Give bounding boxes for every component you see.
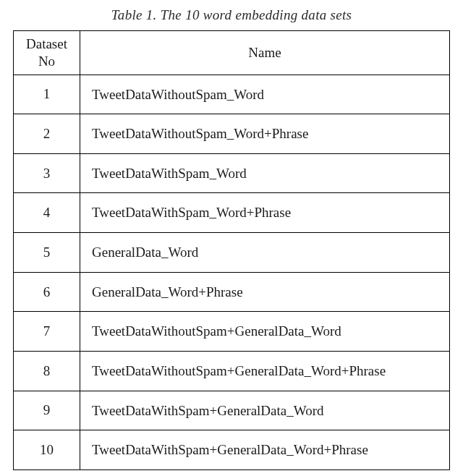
table-row: 4 TweetDataWithSpam_Word+Phrase	[14, 193, 450, 233]
datasets-table: Dataset No Name 1 TweetDataWithoutSpam_W…	[13, 30, 450, 470]
cell-name: TweetDataWithoutSpam+GeneralData_Word+Ph…	[80, 351, 450, 391]
header-name: Name	[80, 31, 450, 75]
cell-no: 7	[14, 312, 80, 352]
cell-name: TweetDataWithSpam+GeneralData_Word+Phras…	[80, 430, 450, 470]
cell-name: TweetDataWithSpam+GeneralData_Word	[80, 391, 450, 430]
table-row: 6 GeneralData_Word+Phrase	[14, 272, 450, 312]
cell-no: 9	[14, 391, 80, 430]
cell-name: TweetDataWithSpam_Word	[80, 153, 450, 193]
table-row: 10 TweetDataWithSpam+GeneralData_Word+Ph…	[14, 430, 450, 470]
table-caption: Table 1. The 10 word embedding data sets	[13, 7, 450, 23]
cell-name: TweetDataWithSpam_Word+Phrase	[80, 193, 450, 233]
cell-no: 6	[14, 272, 80, 312]
cell-no: 1	[14, 75, 80, 114]
cell-no: 4	[14, 193, 80, 233]
cell-name: GeneralData_Word	[80, 233, 450, 273]
header-dataset-no: Dataset No	[14, 31, 80, 75]
cell-name: TweetDataWithoutSpam_Word	[80, 75, 450, 114]
cell-name: TweetDataWithoutSpam+GeneralData_Word	[80, 312, 450, 352]
table-row: 3 TweetDataWithSpam_Word	[14, 153, 450, 193]
table-row: 2 TweetDataWithoutSpam_Word+Phrase	[14, 114, 450, 154]
table-row: 1 TweetDataWithoutSpam_Word	[14, 75, 450, 114]
cell-no: 5	[14, 233, 80, 273]
cell-name: GeneralData_Word+Phrase	[80, 272, 450, 312]
cell-no: 8	[14, 351, 80, 391]
table-row: 7 TweetDataWithoutSpam+GeneralData_Word	[14, 312, 450, 352]
cell-name: TweetDataWithoutSpam_Word+Phrase	[80, 114, 450, 154]
cell-no: 3	[14, 153, 80, 193]
cell-no: 2	[14, 114, 80, 154]
table-row: 8 TweetDataWithoutSpam+GeneralData_Word+…	[14, 351, 450, 391]
table-row: 5 GeneralData_Word	[14, 233, 450, 273]
table-header-row: Dataset No Name	[14, 31, 450, 75]
cell-no: 10	[14, 430, 80, 470]
table-row: 9 TweetDataWithSpam+GeneralData_Word	[14, 391, 450, 430]
